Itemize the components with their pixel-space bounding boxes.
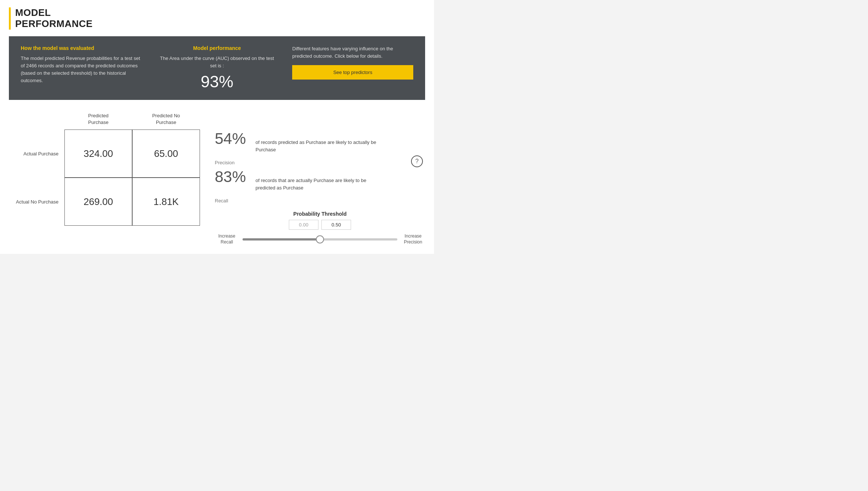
col-header-no-purchase: Predicted No Purchase bbox=[132, 112, 200, 130]
help-icon[interactable]: ? bbox=[411, 155, 423, 167]
banner-col2-subtitle: The Area under the curve (AUC) observed … bbox=[157, 55, 278, 70]
recall-desc: of records that are actually Purchase ar… bbox=[256, 177, 381, 191]
cell-tp: 324.00 bbox=[64, 130, 132, 178]
col-header-purchase: Predicted Purchase bbox=[64, 112, 132, 130]
threshold-inputs bbox=[215, 220, 425, 230]
col-headers: Predicted Purchase Predicted No Purchase bbox=[64, 112, 200, 130]
slider-fill bbox=[243, 238, 320, 241]
threshold-section: Probability Threshold Increase Recall In… bbox=[215, 211, 425, 245]
confusion-matrix: Predicted Purchase Predicted No Purchase… bbox=[9, 112, 200, 245]
precision-group: 54% of records predicted as Purchase are… bbox=[215, 131, 425, 165]
page-title-area: MODEL PERFORMANCE bbox=[9, 7, 425, 30]
title-line2: PERFORMANCE bbox=[15, 18, 93, 29]
matrix-row-purchase: Actual Purchase 324.00 65.00 bbox=[9, 130, 200, 178]
recall-group: 83% of records that are actually Purchas… bbox=[215, 169, 425, 204]
slider-right-label: Increase Precision bbox=[401, 233, 425, 245]
cell-fp: 269.00 bbox=[64, 178, 132, 226]
matrix-row-no-purchase: Actual No Purchase 269.00 1.81K bbox=[9, 178, 200, 226]
precision-value: 54% bbox=[215, 131, 252, 147]
precision-row: 54% of records predicted as Purchase are… bbox=[215, 131, 425, 153]
threshold-low-input[interactable] bbox=[289, 220, 318, 230]
title-line1: MODEL bbox=[15, 7, 51, 18]
slider-area: Increase Recall Increase Precision bbox=[215, 233, 425, 245]
metrics-panel: 54% of records predicted as Purchase are… bbox=[215, 112, 425, 245]
slider-thumb[interactable] bbox=[316, 235, 324, 243]
banner-col-performance: Model performance The Area under the cur… bbox=[157, 45, 278, 91]
row-label-no-purchase: Actual No Purchase bbox=[9, 199, 64, 205]
matrix-section: Predicted Purchase Predicted No Purchase… bbox=[9, 109, 425, 245]
matrix-rows: Actual Purchase 324.00 65.00 Actual No P… bbox=[9, 130, 200, 226]
banner-col-predictors: Different features have varying influenc… bbox=[292, 45, 413, 80]
page-title: MODEL PERFORMANCE bbox=[15, 7, 93, 30]
precision-label: Precision bbox=[215, 160, 425, 165]
slider-track[interactable] bbox=[243, 238, 397, 241]
threshold-title: Probability Threshold bbox=[215, 211, 425, 217]
slider-left-label: Increase Recall bbox=[215, 233, 239, 245]
title-accent-bar bbox=[9, 7, 11, 30]
auc-value: 93% bbox=[157, 73, 278, 91]
threshold-high-input[interactable] bbox=[321, 220, 351, 230]
banner-col-evaluation: How the model was evaluated The model pr… bbox=[21, 45, 142, 85]
banner-col3-text: Different features have varying influenc… bbox=[292, 45, 413, 60]
banner-col1-text: The model predicted Revenue probabilitie… bbox=[21, 55, 142, 85]
banner-col2-title: Model performance bbox=[157, 45, 278, 51]
see-top-predictors-button[interactable]: See top predictors bbox=[292, 65, 413, 80]
cell-tn: 1.81K bbox=[132, 178, 200, 226]
help-icon-area: ? bbox=[411, 155, 423, 167]
cell-fn: 65.00 bbox=[132, 130, 200, 178]
precision-desc: of records predicted as Purchase are lik… bbox=[256, 139, 381, 153]
banner-col1-title: How the model was evaluated bbox=[21, 45, 142, 51]
recall-row: 83% of records that are actually Purchas… bbox=[215, 169, 425, 191]
info-banner: How the model was evaluated The model pr… bbox=[9, 36, 425, 100]
row-label-purchase: Actual Purchase bbox=[9, 151, 64, 157]
recall-label: Recall bbox=[215, 198, 425, 204]
recall-value: 83% bbox=[215, 169, 252, 185]
